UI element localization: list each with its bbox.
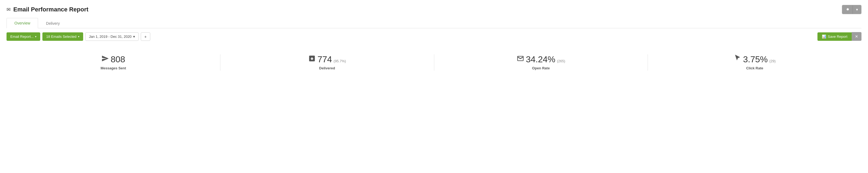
stat-click-rate-value-row: 3.75% (29) xyxy=(734,54,776,64)
gear-icon xyxy=(845,8,849,11)
email-report-label: Email Report... xyxy=(10,34,34,39)
cursor-icon xyxy=(734,55,741,64)
messages-sent-number: 808 xyxy=(111,54,125,64)
click-rate-number: 3.75% xyxy=(743,54,768,64)
header-row: ✉ Email Performance Report ▾ xyxy=(6,5,862,14)
chevron-down-icon: ▾ xyxy=(856,7,858,12)
stat-messages-sent-value-row: 808 xyxy=(101,54,125,64)
delivered-number: 774 xyxy=(317,54,332,64)
settings-chevron-button[interactable]: ▾ xyxy=(853,5,861,14)
add-filter-button[interactable]: + xyxy=(141,32,150,41)
settings-btn-group[interactable]: ▾ xyxy=(842,5,862,14)
email-icon: ✉ xyxy=(6,6,10,12)
stat-delivered: 774 (95.7%) Delivered xyxy=(220,54,434,70)
open-rate-sub: (265) xyxy=(557,59,565,63)
email-report-button[interactable]: Email Report... ▾ xyxy=(6,32,40,41)
emails-selected-button[interactable]: 18 Emails Selected ▾ xyxy=(42,32,83,41)
date-range-button[interactable]: Jan 1, 2019 - Dec 31, 2020 ▾ xyxy=(85,32,138,41)
date-range-chevron-icon: ▾ xyxy=(133,34,135,39)
tabs-row: Overview Delivery xyxy=(6,18,862,28)
stat-open-rate-value-row: 34.24% (265) xyxy=(517,54,565,64)
stat-click-rate: 3.75% (29) Click Rate xyxy=(648,54,862,70)
messages-sent-label: Messages Sent xyxy=(100,66,126,70)
add-icon: + xyxy=(144,34,147,39)
stat-open-rate: 34.24% (265) Open Rate xyxy=(434,54,648,70)
save-report-button[interactable]: 📊 Save Report xyxy=(817,32,852,41)
toolbar-right: 📊 Save Report ✕ xyxy=(817,32,862,41)
emails-selected-chevron-icon: ▾ xyxy=(78,35,80,38)
stat-messages-sent: 808 Messages Sent xyxy=(6,54,220,70)
email-report-chevron-icon: ▾ xyxy=(35,35,36,38)
page-title: Email Performance Report xyxy=(13,6,88,13)
tab-delivery[interactable]: Delivery xyxy=(38,18,68,28)
stat-delivered-value-row: 774 (95.7%) xyxy=(308,54,346,64)
open-rate-number: 34.24% xyxy=(526,54,556,64)
click-rate-sub: (29) xyxy=(769,59,776,63)
settings-gear-button[interactable] xyxy=(842,5,853,14)
close-icon: ✕ xyxy=(855,34,858,39)
envelope-open-icon xyxy=(517,55,524,64)
save-report-chart-icon: 📊 xyxy=(822,34,826,39)
open-rate-label: Open Rate xyxy=(532,66,550,70)
delivered-sub: (95.7%) xyxy=(334,59,346,63)
stats-row: 808 Messages Sent 774 (95.7%) Delivered xyxy=(6,49,862,79)
click-rate-label: Click Rate xyxy=(746,66,763,70)
tab-overview[interactable]: Overview xyxy=(6,18,38,28)
emails-selected-label: 18 Emails Selected xyxy=(46,34,76,39)
inbox-down-icon xyxy=(308,55,316,64)
toolbar-row: Email Report... ▾ 18 Emails Selected ▾ J… xyxy=(6,32,862,41)
save-report-label: Save Report xyxy=(828,34,847,39)
delivered-label: Delivered xyxy=(319,66,335,70)
date-range-label: Jan 1, 2019 - Dec 31, 2020 xyxy=(89,34,131,39)
header-title-group: ✉ Email Performance Report xyxy=(6,6,88,13)
send-icon xyxy=(101,55,109,64)
close-report-button[interactable]: ✕ xyxy=(852,32,862,41)
page-wrapper: ✉ Email Performance Report ▾ Overview De… xyxy=(0,0,868,173)
